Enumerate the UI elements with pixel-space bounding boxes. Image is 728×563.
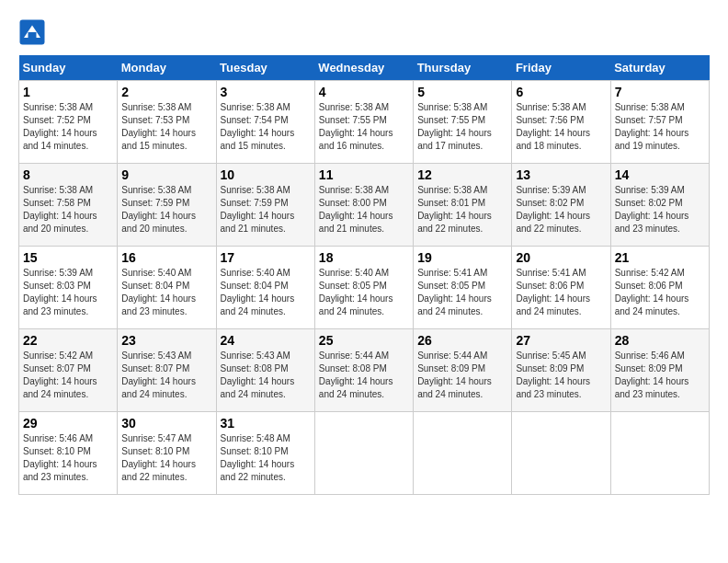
header-sunday: Sunday [19, 55, 118, 81]
calendar-cell: 15Sunrise: 5:39 AM Sunset: 8:03 PM Dayli… [19, 247, 118, 329]
day-info: Sunrise: 5:46 AM Sunset: 8:10 PM Dayligh… [23, 432, 113, 484]
header-saturday: Saturday [610, 55, 709, 81]
calendar-cell: 31Sunrise: 5:48 AM Sunset: 8:10 PM Dayli… [216, 412, 314, 495]
day-number: 18 [319, 250, 409, 265]
header-wednesday: Wednesday [314, 55, 413, 81]
day-info: Sunrise: 5:38 AM Sunset: 7:53 PM Dayligh… [121, 101, 211, 153]
calendar-week-3: 15Sunrise: 5:39 AM Sunset: 8:03 PM Dayli… [19, 247, 710, 329]
day-info: Sunrise: 5:40 AM Sunset: 8:04 PM Dayligh… [121, 267, 211, 318]
day-info: Sunrise: 5:38 AM Sunset: 7:54 PM Dayligh… [221, 101, 311, 153]
day-info: Sunrise: 5:43 AM Sunset: 8:08 PM Dayligh… [221, 350, 311, 401]
calendar-cell: 12Sunrise: 5:38 AM Sunset: 8:01 PM Dayli… [414, 164, 512, 247]
header-friday: Friday [512, 55, 610, 81]
day-info: Sunrise: 5:47 AM Sunset: 8:10 PM Dayligh… [121, 432, 211, 484]
day-number: 1 [23, 85, 113, 99]
day-info: Sunrise: 5:42 AM Sunset: 8:07 PM Dayligh… [23, 350, 113, 401]
calendar-cell: 29Sunrise: 5:46 AM Sunset: 8:10 PM Dayli… [19, 412, 118, 495]
calendar-cell: 23Sunrise: 5:43 AM Sunset: 8:07 PM Dayli… [118, 329, 216, 412]
day-number: 25 [319, 333, 409, 348]
day-number: 6 [516, 85, 606, 99]
day-info: Sunrise: 5:42 AM Sunset: 8:06 PM Dayligh… [615, 267, 705, 318]
day-number: 28 [615, 333, 705, 348]
day-number: 4 [319, 85, 409, 99]
day-number: 19 [417, 250, 507, 265]
calendar-cell: 18Sunrise: 5:40 AM Sunset: 8:05 PM Dayli… [314, 247, 413, 329]
calendar-cell: 19Sunrise: 5:41 AM Sunset: 8:05 PM Dayli… [414, 247, 512, 329]
calendar-week-4: 22Sunrise: 5:42 AM Sunset: 8:07 PM Dayli… [19, 329, 710, 412]
calendar-cell: 20Sunrise: 5:41 AM Sunset: 8:06 PM Dayli… [512, 247, 610, 329]
calendar-cell: 6Sunrise: 5:38 AM Sunset: 7:56 PM Daylig… [512, 81, 610, 164]
day-info: Sunrise: 5:40 AM Sunset: 8:05 PM Dayligh… [319, 267, 409, 318]
day-number: 30 [121, 416, 211, 431]
day-info: Sunrise: 5:38 AM Sunset: 7:57 PM Dayligh… [615, 101, 705, 153]
calendar-cell: 3Sunrise: 5:38 AM Sunset: 7:54 PM Daylig… [216, 81, 314, 164]
day-number: 27 [516, 333, 606, 348]
calendar-cell: 26Sunrise: 5:44 AM Sunset: 8:09 PM Dayli… [414, 329, 512, 412]
calendar-cell: 9Sunrise: 5:38 AM Sunset: 7:59 PM Daylig… [118, 164, 216, 247]
day-info: Sunrise: 5:39 AM Sunset: 8:02 PM Dayligh… [615, 184, 705, 236]
day-number: 8 [23, 167, 113, 182]
calendar-cell: 22Sunrise: 5:42 AM Sunset: 8:07 PM Dayli… [19, 329, 118, 412]
calendar-header-row: SundayMondayTuesdayWednesdayThursdayFrid… [19, 55, 710, 81]
day-info: Sunrise: 5:38 AM Sunset: 8:01 PM Dayligh… [417, 184, 507, 236]
calendar-cell: 1Sunrise: 5:38 AM Sunset: 7:52 PM Daylig… [19, 81, 118, 164]
day-info: Sunrise: 5:38 AM Sunset: 7:55 PM Dayligh… [319, 101, 409, 153]
calendar-cell: 14Sunrise: 5:39 AM Sunset: 8:02 PM Dayli… [610, 164, 709, 247]
day-number: 14 [615, 167, 705, 182]
calendar-cell: 16Sunrise: 5:40 AM Sunset: 8:04 PM Dayli… [118, 247, 216, 329]
day-number: 13 [516, 167, 606, 182]
day-number: 3 [221, 85, 311, 99]
calendar-table: SundayMondayTuesdayWednesdayThursdayFrid… [18, 55, 710, 495]
logo [18, 18, 50, 46]
header [18, 18, 710, 46]
calendar-week-1: 1Sunrise: 5:38 AM Sunset: 7:52 PM Daylig… [19, 81, 710, 164]
day-number: 21 [615, 250, 705, 265]
day-info: Sunrise: 5:38 AM Sunset: 7:58 PM Dayligh… [23, 184, 113, 236]
day-number: 22 [23, 333, 113, 348]
day-number: 16 [121, 250, 211, 265]
calendar-cell: 21Sunrise: 5:42 AM Sunset: 8:06 PM Dayli… [610, 247, 709, 329]
day-info: Sunrise: 5:44 AM Sunset: 8:09 PM Dayligh… [417, 350, 507, 401]
day-info: Sunrise: 5:43 AM Sunset: 8:07 PM Dayligh… [121, 350, 211, 401]
calendar-cell: 25Sunrise: 5:44 AM Sunset: 8:08 PM Dayli… [314, 329, 413, 412]
calendar-week-2: 8Sunrise: 5:38 AM Sunset: 7:58 PM Daylig… [19, 164, 710, 247]
day-info: Sunrise: 5:38 AM Sunset: 7:59 PM Dayligh… [221, 184, 311, 236]
calendar-cell: 13Sunrise: 5:39 AM Sunset: 8:02 PM Dayli… [512, 164, 610, 247]
day-info: Sunrise: 5:38 AM Sunset: 7:55 PM Dayligh… [417, 101, 507, 153]
calendar-cell: 27Sunrise: 5:45 AM Sunset: 8:09 PM Dayli… [512, 329, 610, 412]
calendar-cell [512, 412, 610, 495]
calendar-cell [314, 412, 413, 495]
day-info: Sunrise: 5:38 AM Sunset: 8:00 PM Dayligh… [319, 184, 409, 236]
calendar-cell: 24Sunrise: 5:43 AM Sunset: 8:08 PM Dayli… [216, 329, 314, 412]
day-info: Sunrise: 5:38 AM Sunset: 7:56 PM Dayligh… [516, 101, 606, 153]
day-info: Sunrise: 5:38 AM Sunset: 7:52 PM Dayligh… [23, 101, 113, 153]
calendar-cell: 30Sunrise: 5:47 AM Sunset: 8:10 PM Dayli… [118, 412, 216, 495]
day-number: 29 [23, 416, 113, 431]
calendar-cell: 28Sunrise: 5:46 AM Sunset: 8:09 PM Dayli… [610, 329, 709, 412]
day-number: 24 [221, 333, 311, 348]
logo-icon [18, 18, 46, 46]
calendar-week-5: 29Sunrise: 5:46 AM Sunset: 8:10 PM Dayli… [19, 412, 710, 495]
day-number: 10 [221, 167, 311, 182]
day-number: 17 [221, 250, 311, 265]
svg-rect-2 [28, 32, 37, 38]
calendar-cell: 4Sunrise: 5:38 AM Sunset: 7:55 PM Daylig… [314, 81, 413, 164]
calendar-cell [610, 412, 709, 495]
calendar-cell: 11Sunrise: 5:38 AM Sunset: 8:00 PM Dayli… [314, 164, 413, 247]
day-number: 20 [516, 250, 606, 265]
day-number: 26 [417, 333, 507, 348]
day-info: Sunrise: 5:39 AM Sunset: 8:03 PM Dayligh… [23, 267, 113, 318]
day-number: 23 [121, 333, 211, 348]
day-number: 7 [615, 85, 705, 99]
day-number: 12 [417, 167, 507, 182]
day-info: Sunrise: 5:41 AM Sunset: 8:06 PM Dayligh… [516, 267, 606, 318]
day-number: 2 [121, 85, 211, 99]
day-number: 31 [221, 416, 311, 431]
day-info: Sunrise: 5:46 AM Sunset: 8:09 PM Dayligh… [615, 350, 705, 401]
calendar-cell: 10Sunrise: 5:38 AM Sunset: 7:59 PM Dayli… [216, 164, 314, 247]
day-number: 9 [121, 167, 211, 182]
calendar-cell: 8Sunrise: 5:38 AM Sunset: 7:58 PM Daylig… [19, 164, 118, 247]
calendar-cell: 17Sunrise: 5:40 AM Sunset: 8:04 PM Dayli… [216, 247, 314, 329]
calendar-cell: 2Sunrise: 5:38 AM Sunset: 7:53 PM Daylig… [118, 81, 216, 164]
day-number: 5 [417, 85, 507, 99]
